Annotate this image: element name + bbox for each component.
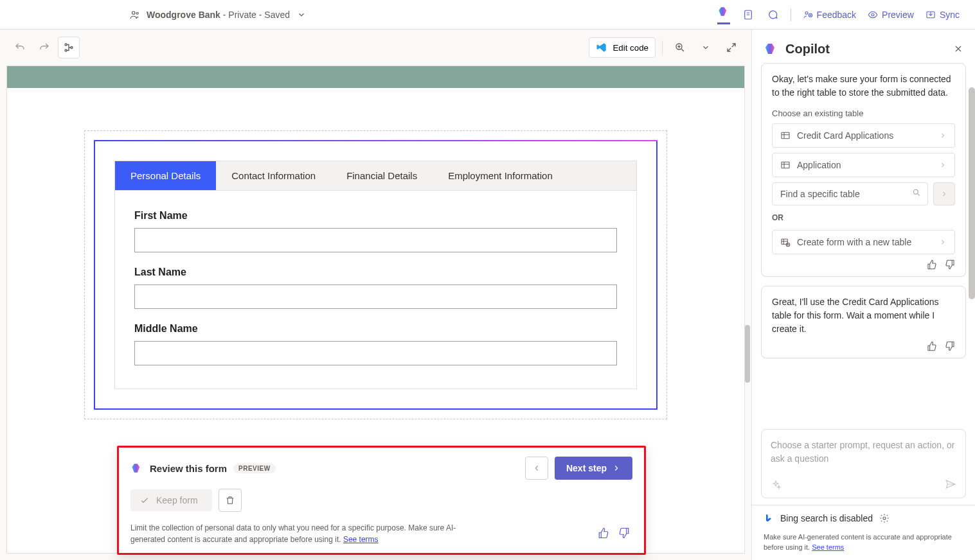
bing-icon [764, 512, 774, 525]
scrollbar-thumb[interactable] [969, 87, 975, 299]
copilot-input-placeholder: Choose a starter prompt, request an acti… [771, 439, 956, 466]
table-option-credit-card[interactable]: Credit Card Applications [772, 123, 955, 148]
chat-icon[interactable] [766, 8, 779, 21]
prev-step-button[interactable] [525, 457, 548, 480]
form-container[interactable]: Personal Details Contact Information Fin… [84, 130, 667, 419]
chevron-right-icon [939, 161, 947, 169]
thumbs-down-icon[interactable] [945, 341, 955, 351]
separator [662, 40, 663, 55]
tree-view-button[interactable] [58, 37, 80, 58]
scrollbar-thumb[interactable] [745, 325, 750, 383]
edit-code-button[interactable]: Edit code [589, 37, 656, 58]
zoom-dropdown[interactable] [695, 37, 717, 58]
chevron-right-icon [939, 238, 947, 246]
label-first-name: First Name [134, 210, 617, 222]
settings-icon[interactable] [879, 513, 890, 523]
field-last-name: Last Name [134, 267, 617, 309]
selected-form[interactable]: Personal Details Contact Information Fin… [94, 140, 657, 410]
canvas-scrollbar[interactable] [745, 68, 750, 453]
thumbs-up-icon[interactable] [927, 341, 937, 351]
tab-employment-information[interactable]: Employment Information [433, 161, 568, 190]
thumbs-down-icon[interactable] [618, 527, 630, 539]
tab-personal-details[interactable]: Personal Details [115, 161, 216, 190]
chevron-right-icon [939, 132, 947, 139]
copilot-header-icon[interactable] [717, 5, 730, 24]
input-middle-name[interactable] [134, 341, 617, 365]
svg-point-8 [65, 49, 67, 51]
copilot-scrollbar[interactable] [969, 87, 975, 447]
review-form-card: Review this form PREVIEW Next step Keep … [117, 446, 646, 555]
page-header-band [7, 66, 744, 88]
find-table-go[interactable] [933, 182, 955, 206]
thumbs-down-icon[interactable] [945, 259, 955, 270]
app-header: Woodgrove Bank - Private - Saved Feedbac… [0, 0, 975, 30]
redo-button[interactable] [33, 37, 55, 58]
app-name: Woodgrove Bank [147, 10, 220, 20]
label-middle-name: Middle Name [134, 323, 617, 335]
thumbs-up-icon[interactable] [598, 527, 609, 539]
svg-point-13 [913, 189, 918, 194]
copilot-logo-icon [764, 41, 779, 57]
review-title: Review this form [150, 463, 227, 474]
app-status: - Private - Saved [220, 10, 290, 20]
undo-button[interactable] [9, 37, 31, 58]
delete-form-button[interactable] [219, 489, 242, 512]
svg-rect-12 [782, 162, 789, 168]
tab-contact-information[interactable]: Contact Information [216, 161, 331, 190]
breadcrumb[interactable]: Woodgrove Bank - Private - Saved [129, 8, 308, 21]
next-step-button[interactable]: Next step [555, 457, 632, 480]
canvas-toolbar: Edit code [0, 30, 751, 66]
people-icon [129, 8, 141, 21]
create-new-table-option[interactable]: Create form with a new table [772, 230, 955, 254]
svg-point-7 [65, 44, 67, 46]
see-terms-link[interactable]: See terms [343, 535, 379, 544]
svg-point-9 [71, 47, 73, 49]
copilot-message-2: Great, I'll use the Credit Card Applicat… [761, 286, 966, 358]
svg-point-5 [872, 13, 874, 16]
search-icon [912, 188, 921, 197]
see-terms-link[interactable]: See terms [812, 543, 844, 551]
copilot-input[interactable]: Choose a starter prompt, request an acti… [761, 429, 966, 498]
tab-financial-details[interactable]: Financial Details [331, 161, 433, 190]
preview-badge: PREVIEW [233, 464, 276, 473]
input-last-name[interactable] [134, 284, 617, 309]
vscode-icon [596, 42, 607, 53]
svg-rect-11 [782, 132, 789, 138]
chevron-down-icon[interactable] [295, 8, 308, 21]
tab-strip: Personal Details Contact Information Fin… [114, 161, 637, 191]
find-table-input[interactable]: Find a specific table [772, 182, 928, 206]
keep-form-button[interactable]: Keep form [130, 489, 212, 511]
or-label: OR [772, 213, 955, 222]
field-first-name: First Name [134, 210, 617, 252]
send-icon[interactable] [945, 478, 956, 490]
copilot-disclaimer: Make sure AI-generated content is accura… [752, 531, 975, 560]
svg-point-1 [136, 12, 138, 14]
field-middle-name: Middle Name [134, 323, 617, 365]
thumbs-up-icon[interactable] [927, 259, 937, 270]
table-option-application[interactable]: Application [772, 153, 955, 177]
input-first-name[interactable] [134, 228, 617, 252]
zoom-button[interactable] [669, 37, 691, 58]
svg-point-0 [132, 11, 136, 14]
review-note: Limit the collection of personal data to… [130, 522, 490, 545]
bing-status: Bing search is disabled [752, 505, 975, 531]
separator [791, 8, 791, 21]
fullscreen-button[interactable] [720, 37, 742, 58]
sparkle-icon [771, 480, 781, 490]
svg-point-3 [805, 12, 808, 14]
feedback-link[interactable]: Feedback [803, 10, 856, 20]
preview-link[interactable]: Preview [868, 10, 914, 20]
label-last-name: Last Name [134, 267, 617, 278]
copilot-panel: Copilot Okay, let's make sure your form … [751, 30, 975, 560]
svg-point-16 [883, 517, 886, 520]
copilot-message-1: Okay, let's make sure your form is conne… [761, 63, 966, 277]
choose-table-label: Choose an existing table [772, 109, 955, 118]
notes-icon[interactable] [742, 8, 755, 21]
close-icon[interactable] [953, 44, 963, 54]
copilot-icon [130, 462, 143, 475]
copilot-title: Copilot [785, 42, 830, 57]
sync-link[interactable]: Sync [926, 10, 960, 20]
